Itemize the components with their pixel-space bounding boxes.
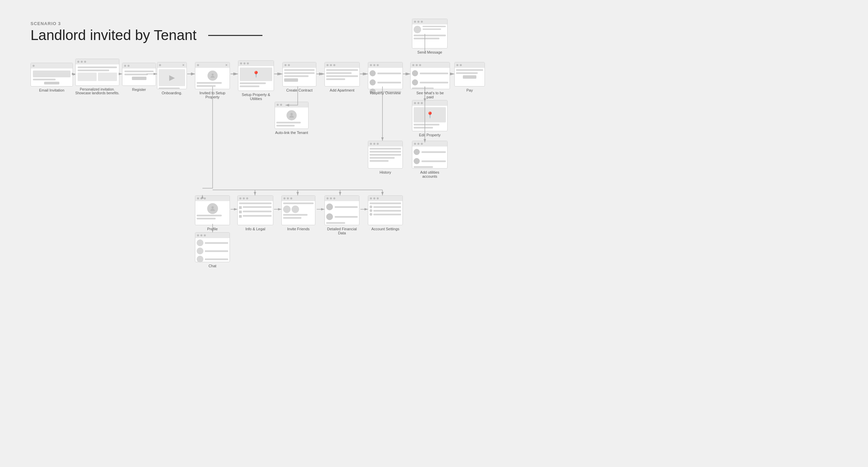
see-whats-card: See what's to bepaid [410,62,450,89]
account-settings-card: Account Settings [368,195,403,225]
edit-property-label: Edit Property [419,133,441,137]
onboarding-card: ✕ ▶ Onboarding. [157,62,187,89]
add-apartment-card: Add Apartment [324,62,360,86]
setup-property-label: Setup Property &Utilities [242,93,270,101]
info-legal-label: Info & Legal [245,227,265,231]
svg-point-36 [211,206,214,209]
invite-friends-label: Invite Friends [287,227,310,231]
email-invitation-label: Email Invitation [39,88,64,92]
send-message-label: Send Message [417,50,442,54]
chat-label: Chat [209,264,216,268]
detailed-financial-card: Detailed FinancialData [324,195,359,225]
create-contract-label: Create Contract [286,88,313,92]
send-message-card: Send Message [412,19,448,48]
personalized-invitation-card: Personalized invitation.Showcase landlor… [75,59,119,86]
property-overview-card: Property Overview [368,62,403,89]
add-utilities-label: Add utilitiesaccounts [420,170,439,178]
auto-link-label: Auto-link the Tenant [275,131,308,135]
add-utilities-card: Add utilitiesaccounts [412,141,448,169]
auto-link-card: Auto-link the Tenant [275,102,309,129]
register-card: Register [122,63,156,86]
profile-card: Profile [195,195,230,225]
property-overview-label: Property Overview [370,91,400,95]
invite-friends-card: Invite Friends [281,195,315,225]
detailed-financial-label: Detailed FinancialData [327,227,357,235]
invited-setup-label: Invited to SetupProperty [199,91,225,99]
pay-label: Pay [467,88,473,92]
profile-label: Profile [207,227,218,231]
info-legal-card: Info & Legal [237,195,273,225]
setup-property-card: 📍 Setup Property &Utilities [238,60,274,91]
personalized-invitation-label: Personalized invitation.Showcase landlor… [75,87,119,95]
svg-point-34 [212,74,214,76]
onboarding-label: Onboarding. [162,91,182,95]
history-card: History [368,141,403,169]
add-apartment-label: Add Apartment [330,88,355,92]
invited-setup-card: ✕ Invited to SetupProperty [195,62,230,89]
history-label: History [379,170,391,174]
scenario-title: Landlord invited by Tenant [31,27,262,43]
pay-card: Pay [454,62,485,86]
email-invitation-card: Email Invitation [31,63,73,86]
chat-card: Chat [195,232,230,262]
edit-property-card: 📍 Edit Property [412,100,448,131]
scenario-label: SCENARIO 3 [31,21,61,26]
create-contract-card: Create Contract [282,62,316,86]
register-label: Register [132,87,146,92]
svg-point-35 [291,113,293,115]
account-settings-label: Account Settings [371,227,399,231]
see-whats-label: See what's to bepaid [416,91,444,99]
